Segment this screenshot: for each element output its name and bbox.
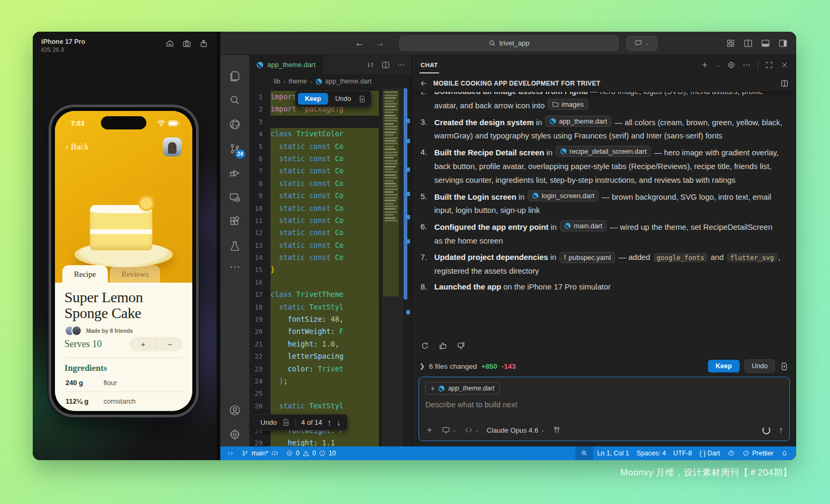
retry-icon[interactable] [421, 341, 430, 350]
send-button[interactable]: ↑ [779, 425, 783, 435]
chat-messages[interactable]: 2.Downloaded all image assets from Figma… [412, 92, 796, 335]
split-editor-icon[interactable] [743, 39, 753, 48]
tab-recipe[interactable]: Recipe [62, 265, 108, 283]
keep-all-button[interactable]: Keep [708, 360, 740, 372]
chat-input-box[interactable]: + app_theme.dart Describe what to build … [418, 377, 790, 441]
publish-cloud-icon [271, 450, 278, 457]
code-area[interactable]: 1import 'package:f2import 'package:g34cl… [249, 88, 412, 446]
chat-list-item: 7.Updated project dependencies in !pubsp… [421, 251, 782, 278]
prev-change-icon[interactable]: ↑ [328, 418, 332, 427]
toggle-sidebar-icon[interactable] [778, 39, 788, 48]
agent-monitor-icon [442, 426, 450, 434]
dart-file-icon [560, 148, 567, 155]
tab-app-theme-dart[interactable]: app_theme.dart [249, 55, 323, 74]
file-chip[interactable]: recipe_detail_screen.dart [556, 146, 651, 157]
nav-forward-icon[interactable]: → [376, 38, 385, 49]
code-mode-selector[interactable]: ⌄ [464, 426, 479, 434]
thread-back-icon[interactable] [419, 79, 428, 88]
undo-all-button[interactable]: Undo [744, 359, 775, 373]
file-chip[interactable]: login_screen.dart [528, 190, 599, 201]
remote-explorer-icon[interactable] [220, 185, 249, 209]
language-mode[interactable]: { } Dart [696, 446, 724, 460]
extensions-icon[interactable] [220, 209, 249, 234]
chat-list-item: 6.Configured the app entry point in main… [421, 220, 782, 248]
model-selector[interactable]: Claude Opus 4.6 ⌄ [487, 426, 545, 434]
testing-beaker-icon[interactable] [220, 234, 249, 258]
customize-layout-icon[interactable] [726, 39, 735, 48]
new-chat-dropdown-icon[interactable]: ⌄ [716, 62, 720, 68]
source-control-badge: 24 [235, 150, 245, 158]
thumbs-up-icon[interactable] [439, 341, 447, 350]
encoding[interactable]: UTF-8 [669, 446, 695, 460]
tools-icon[interactable] [553, 426, 561, 434]
breadcrumb[interactable]: lib› theme› app_theme.dart [249, 74, 412, 88]
close-chat-icon[interactable] [780, 61, 789, 69]
problems-item[interactable]: 0 0 10 [282, 446, 340, 460]
copilot-chat-button[interactable]: ⌄ [626, 36, 658, 51]
copilot-status-icon[interactable] [724, 446, 739, 460]
editor-more-actions-icon[interactable] [397, 61, 405, 69]
undo-button[interactable]: Undo [331, 93, 356, 105]
github-icon[interactable] [220, 112, 249, 136]
stage-file-icon[interactable] [282, 418, 290, 426]
profile-avatar[interactable] [163, 137, 182, 156]
tab-reviews[interactable]: Reviews [110, 265, 161, 283]
add-context-icon[interactable]: + [431, 384, 435, 393]
chat-tab[interactable]: CHAT [419, 57, 439, 73]
attach-icon[interactable] [425, 426, 434, 434]
minimap[interactable] [382, 88, 403, 446]
deletions-count: -143 [501, 362, 516, 370]
command-search[interactable]: trivet_app [399, 35, 619, 51]
explorer-icon[interactable] [220, 63, 249, 88]
file-chip[interactable]: images [548, 99, 588, 110]
chat-input-placeholder[interactable]: Describe what to build next [425, 400, 783, 409]
remote-indicator[interactable] [220, 446, 238, 460]
toggle-panel-icon[interactable] [761, 39, 770, 48]
nav-undo-button[interactable]: Undo [260, 418, 277, 426]
home-icon[interactable] [165, 39, 174, 48]
context-file-chip[interactable]: + app_theme.dart [425, 382, 500, 395]
screenshot-camera-icon[interactable] [182, 39, 191, 48]
formatter-item[interactable]: Prettier [739, 446, 777, 460]
files-changed-label[interactable]: 6 files changed [429, 362, 477, 370]
back-button[interactable]: ‹ Back [66, 142, 89, 152]
new-chat-icon[interactable] [701, 61, 709, 69]
nav-back-icon[interactable]: ← [355, 38, 364, 49]
notifications-bell-icon[interactable] [777, 446, 792, 460]
more-views-icon[interactable] [220, 258, 249, 276]
line-number: 19 [249, 313, 271, 325]
app-window: iPhone 17 Pro iOS 26.3 7:03 [33, 32, 796, 460]
thumbs-down-icon[interactable] [456, 341, 465, 350]
list-item-number: 2. [421, 92, 434, 113]
keep-button[interactable]: Keep [298, 93, 328, 105]
servings-stepper[interactable]: + − [130, 337, 183, 351]
chat-settings-gear-icon[interactable] [727, 61, 735, 69]
source-control-icon[interactable]: 24 [220, 136, 249, 161]
maximize-chat-icon[interactable] [765, 61, 773, 69]
file-chip[interactable]: !pubspec.yaml [559, 252, 615, 263]
chat-list-item: 8.Launched the app on the iPhone 17 Pro … [421, 281, 782, 294]
git-branch-item[interactable]: main* [238, 446, 282, 460]
file-chip[interactable]: main.dart [560, 220, 607, 231]
settings-gear-icon[interactable] [220, 422, 249, 446]
next-change-icon[interactable]: ↓ [337, 418, 341, 427]
list-item-text: Updated project dependencies in !pubspec… [434, 251, 782, 278]
indentation[interactable]: Spaces: 4 [633, 446, 670, 460]
stepper-minus[interactable]: − [157, 340, 183, 349]
search-sidebar-icon[interactable] [220, 88, 249, 112]
zoom-indicator[interactable] [575, 446, 593, 460]
chat-more-icon[interactable] [742, 61, 751, 69]
view-diff-icon[interactable] [780, 362, 789, 371]
agent-mode-selector[interactable]: ⌄ [442, 426, 456, 434]
open-changes-icon[interactable] [366, 61, 375, 69]
share-icon[interactable] [199, 39, 208, 48]
file-chip[interactable]: app_theme.dart [545, 116, 611, 127]
stage-file-icon[interactable] [358, 95, 366, 103]
stepper-plus[interactable]: + [130, 340, 156, 349]
split-editor-right-icon[interactable] [381, 61, 390, 69]
open-in-editor-icon[interactable] [780, 79, 789, 88]
account-icon[interactable] [220, 398, 249, 422]
run-debug-icon[interactable] [220, 161, 249, 185]
expand-files-icon[interactable]: ❯ [419, 362, 425, 370]
cursor-position[interactable]: Ln 1, Col 1 [593, 446, 632, 460]
